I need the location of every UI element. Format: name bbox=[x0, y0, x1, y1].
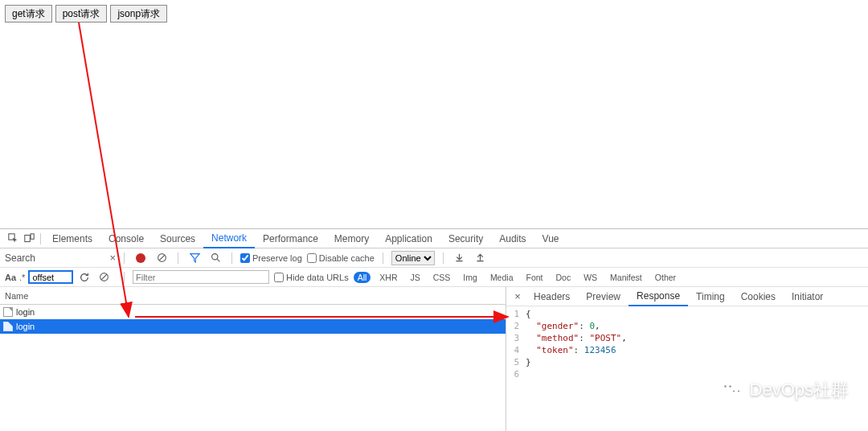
clear-search-icon[interactable] bbox=[96, 269, 112, 285]
download-icon[interactable] bbox=[452, 250, 468, 266]
network-body: Name login login × Headers Preview bbox=[0, 287, 868, 431]
tab-audits[interactable]: Audits bbox=[491, 230, 534, 248]
request-row[interactable]: login bbox=[0, 305, 506, 319]
preserve-log-input[interactable] bbox=[240, 253, 250, 263]
tab-elements[interactable]: Elements bbox=[44, 230, 100, 248]
network-toolbar: Search × Preserve log Disable cac bbox=[0, 248, 868, 268]
tab-network[interactable]: Network bbox=[203, 229, 255, 248]
detail-tab-preview[interactable]: Preview bbox=[578, 288, 628, 306]
jsonp-request-button[interactable]: jsonp请求 bbox=[110, 5, 167, 23]
demo-button-row: get请求 post请求 jsonp请求 bbox=[0, 0, 868, 27]
svg-rect-1 bbox=[24, 235, 30, 241]
network-filter-row: Aa .* Hide data URLs All XHR JS CSS Img bbox=[0, 268, 868, 287]
preserve-log-checkbox[interactable]: Preserve log bbox=[240, 253, 302, 263]
filter-input[interactable] bbox=[133, 270, 269, 284]
svg-line-6 bbox=[217, 259, 219, 261]
filter-type-font[interactable]: Font bbox=[522, 272, 547, 283]
svg-point-14 bbox=[729, 385, 731, 387]
tab-vue[interactable]: Vue bbox=[534, 230, 567, 248]
detail-tab-response[interactable]: Response bbox=[628, 287, 688, 306]
filter-type-manifest[interactable]: Manifest bbox=[606, 272, 646, 283]
request-name: login bbox=[16, 322, 35, 331]
device-toggle-icon[interactable] bbox=[21, 231, 37, 247]
preserve-log-label: Preserve log bbox=[252, 253, 302, 263]
line-gutter: 123456 bbox=[506, 306, 522, 431]
post-request-button[interactable]: post请求 bbox=[55, 5, 108, 23]
filter-type-img[interactable]: Img bbox=[459, 272, 481, 283]
filter-type-all[interactable]: All bbox=[354, 272, 371, 283]
request-row[interactable]: login bbox=[0, 319, 506, 334]
svg-point-5 bbox=[211, 254, 217, 260]
filter-type-xhr[interactable]: XHR bbox=[375, 272, 401, 283]
close-icon[interactable]: × bbox=[109, 252, 116, 264]
hide-data-urls-input[interactable] bbox=[274, 273, 284, 282]
detail-tab-cookies[interactable]: Cookies bbox=[733, 288, 784, 306]
disable-cache-checkbox[interactable]: Disable cache bbox=[307, 253, 375, 263]
filter-type-ws[interactable]: WS bbox=[579, 272, 601, 283]
response-body[interactable]: 123456 { "gender": 0, "method": "POST", … bbox=[506, 306, 868, 431]
refresh-icon[interactable] bbox=[76, 269, 92, 285]
hide-data-urls-checkbox[interactable]: Hide data URLs bbox=[274, 273, 349, 282]
detail-tabstrip: × Headers Preview Response Timing Cookie… bbox=[506, 287, 868, 306]
filter-type-css[interactable]: CSS bbox=[429, 272, 455, 283]
svg-point-12 bbox=[729, 387, 743, 398]
svg-line-4 bbox=[159, 255, 165, 261]
clear-icon[interactable] bbox=[154, 250, 170, 266]
tab-memory[interactable]: Memory bbox=[326, 230, 377, 248]
hide-data-urls-label: Hide data URLs bbox=[286, 273, 349, 282]
tab-sources[interactable]: Sources bbox=[152, 230, 203, 248]
disable-cache-label: Disable cache bbox=[319, 253, 375, 263]
watermark: DevOps社群 bbox=[719, 378, 849, 402]
file-icon bbox=[3, 307, 13, 317]
detail-tab-headers[interactable]: Headers bbox=[526, 288, 578, 306]
regex-toggle[interactable]: .* bbox=[19, 273, 25, 282]
detail-tab-initiator[interactable]: Initiator bbox=[784, 288, 831, 306]
svg-point-13 bbox=[724, 385, 726, 387]
devtools-tabstrip: Elements Console Sources Network Perform… bbox=[0, 229, 868, 248]
close-detail-icon[interactable]: × bbox=[510, 290, 526, 302]
detail-tab-timing[interactable]: Timing bbox=[688, 288, 733, 306]
tab-console[interactable]: Console bbox=[100, 230, 152, 248]
tab-performance[interactable]: Performance bbox=[255, 230, 326, 248]
watermark-text: DevOps社群 bbox=[750, 378, 849, 402]
filter-type-media[interactable]: Media bbox=[486, 272, 518, 283]
file-icon bbox=[3, 322, 13, 331]
disable-cache-input[interactable] bbox=[307, 253, 317, 263]
tab-security[interactable]: Security bbox=[440, 230, 491, 248]
search-input[interactable] bbox=[28, 270, 73, 284]
svg-rect-2 bbox=[31, 234, 34, 240]
request-detail: × Headers Preview Response Timing Cookie… bbox=[506, 287, 868, 431]
request-list-header[interactable]: Name bbox=[0, 287, 506, 305]
get-request-button[interactable]: get请求 bbox=[5, 5, 52, 23]
upload-icon[interactable] bbox=[473, 250, 489, 266]
request-name: login bbox=[16, 307, 35, 317]
filter-type-doc[interactable]: Doc bbox=[552, 272, 575, 283]
inspect-icon[interactable] bbox=[5, 231, 21, 247]
filter-icon[interactable] bbox=[186, 250, 203, 266]
search-icon[interactable] bbox=[207, 250, 223, 266]
tab-application[interactable]: Application bbox=[377, 230, 440, 248]
filter-type-js[interactable]: JS bbox=[407, 272, 424, 283]
filter-type-other[interactable]: Other bbox=[651, 272, 680, 283]
search-pane-label: Search bbox=[5, 252, 109, 264]
svg-line-8 bbox=[101, 274, 107, 280]
wechat-icon bbox=[719, 380, 743, 400]
match-case-toggle[interactable]: Aa bbox=[5, 273, 16, 282]
record-icon[interactable] bbox=[133, 250, 149, 266]
request-list: Name login login bbox=[0, 287, 506, 431]
response-code: { "gender": 0, "method": "POST", "token"… bbox=[522, 306, 627, 431]
svg-point-15 bbox=[733, 391, 735, 392]
svg-point-16 bbox=[738, 391, 739, 392]
throttling-select[interactable]: Online bbox=[391, 251, 435, 265]
